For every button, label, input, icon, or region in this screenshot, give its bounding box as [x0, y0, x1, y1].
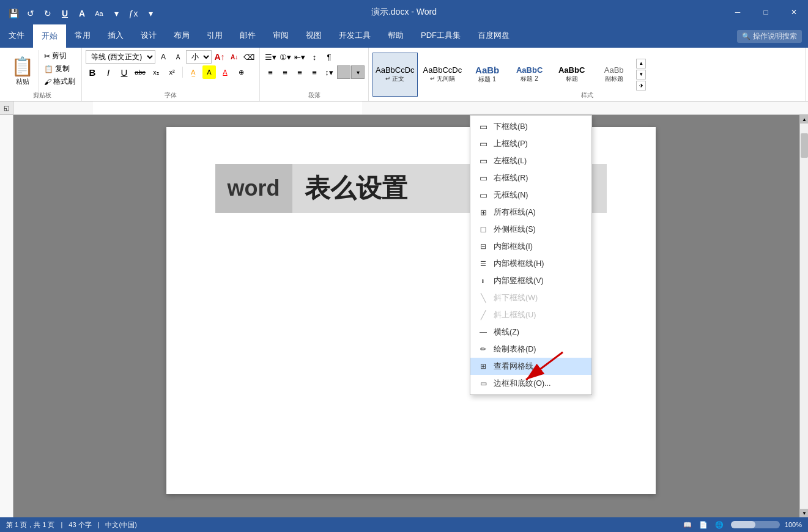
svg-rect-1	[93, 102, 362, 114]
undo-button[interactable]: ↺	[23, 6, 38, 21]
font-size-qa-button[interactable]: Aa	[92, 6, 106, 21]
subscript-button[interactable]: x₂	[149, 65, 163, 79]
menu-item-outside-borders[interactable]: □ 外侧框线(S)	[470, 221, 591, 238]
format-painter-button[interactable]: 🖌 格式刷	[42, 76, 78, 87]
style-heading2[interactable]: AaBbC 标题 2	[510, 53, 549, 97]
menu-item-top-border[interactable]: ▭ 上框线(P)	[470, 135, 591, 152]
align-left-btn[interactable]: ≡	[264, 65, 277, 79]
scrollbar-vertical[interactable]: ▲ ▼	[799, 115, 808, 517]
menu-item-draw-table[interactable]: ✏ 绘制表格(D)	[470, 341, 591, 358]
menu-item-inside-v-border[interactable]: ⫾ 内部竖框线(V)	[470, 272, 591, 289]
menu-item-borders-shading[interactable]: ▭ 边框和底纹(O)...	[470, 375, 591, 392]
tab-developer[interactable]: 开发工具	[330, 24, 379, 48]
font-color-button[interactable]: A	[75, 6, 89, 21]
tab-mailings[interactable]: 邮件	[231, 24, 264, 48]
ruler-corner[interactable]: ◱	[0, 102, 13, 115]
scroll-up-btn[interactable]: ▲	[800, 115, 808, 124]
search-input[interactable]: 操作说明搜索	[753, 31, 797, 42]
justify-btn[interactable]: ≡	[308, 65, 321, 79]
bold-button[interactable]: B	[86, 65, 99, 79]
line-spacing-btn[interactable]: ↕▾	[322, 65, 336, 79]
shading-btn[interactable]	[337, 65, 350, 79]
status-bar: 第 1 页，共 1 页 | 43 个字 | 中文(中国) 📖 📄 🌐 100%	[0, 517, 808, 532]
borders-dropdown-btn[interactable]: ▾	[351, 65, 365, 79]
align-right-btn[interactable]: ≡	[293, 65, 306, 79]
highlight-marker-btn[interactable]: A	[202, 65, 216, 79]
sort-btn[interactable]: ↕	[308, 50, 321, 64]
tab-baidu[interactable]: 百度网盘	[469, 24, 518, 48]
style-heading1[interactable]: AaBb 标题 1	[467, 53, 507, 97]
clear-format-btn[interactable]: ⌫	[242, 50, 256, 64]
save-button[interactable]: 💾	[6, 6, 21, 21]
font-increase-btn[interactable]: A↑	[213, 50, 226, 64]
font-decrease-btn[interactable]: A↓	[228, 50, 241, 64]
italic-button[interactable]: I	[102, 65, 115, 79]
increase-font-btn[interactable]: A	[171, 50, 185, 64]
styles-more-btn[interactable]: ⬗	[636, 81, 646, 91]
tab-view[interactable]: 视图	[297, 24, 330, 48]
style-title[interactable]: AaBbC 标题	[552, 53, 591, 97]
more-font-btn[interactable]: ⊕	[234, 65, 248, 79]
font-color-btn[interactable]: A	[218, 65, 232, 79]
highlight-color-btn[interactable]: A̲	[187, 65, 200, 79]
tab-review[interactable]: 审阅	[264, 24, 297, 48]
document-scroll[interactable]: word 表么设置	[13, 115, 808, 517]
menu-item-diag-up[interactable]: ╱ 斜上框线(U)	[470, 306, 591, 323]
font-size-select[interactable]: 小初	[186, 50, 212, 64]
strikethrough-button[interactable]: abc	[133, 65, 147, 79]
menu-item-view-grid[interactable]: ⊞ 查看网格线	[470, 358, 591, 375]
cut-label: 剪切	[52, 51, 67, 61]
tab-file[interactable]: 文件	[0, 24, 33, 48]
list-indent-btn[interactable]: ⇤▾	[293, 50, 306, 64]
cut-button[interactable]: ✂ 剪切	[42, 50, 78, 62]
zoom-slider[interactable]	[731, 521, 780, 528]
style-subtitle[interactable]: AaBb 副标题	[594, 53, 634, 97]
menu-item-left-border[interactable]: ▭ 左框线(L)	[470, 152, 591, 169]
underline-qa-button[interactable]: U	[57, 6, 72, 21]
copy-button[interactable]: 📋 复制	[42, 63, 78, 75]
style-normal[interactable]: AaBbCcDc ↵ 正文	[372, 53, 418, 97]
menu-item-all-borders[interactable]: ⊞ 所有框线(A)	[470, 204, 591, 221]
menu-item-right-border[interactable]: ▭ 右框线(R)	[470, 169, 591, 187]
superscript-button[interactable]: x²	[165, 65, 179, 79]
menu-item-bottom-border[interactable]: ▭ 下框线(B)	[470, 118, 591, 135]
menu-item-no-border[interactable]: ▭ 无框线(N)	[470, 187, 591, 204]
all-borders-label: 所有框线(A)	[494, 207, 536, 218]
print-layout-btn[interactable]: 📄	[697, 521, 710, 529]
more-qa-button[interactable]: ▾	[143, 6, 158, 21]
align-center-btn[interactable]: ≡	[278, 65, 292, 79]
menu-item-horizontal-line[interactable]: — 横线(Z)	[470, 323, 591, 341]
font-name-select[interactable]: 等线 (西文正文)	[86, 50, 155, 64]
maximize-button[interactable]: □	[752, 0, 780, 24]
menu-item-inside-h-border[interactable]: ☰ 内部横框线(H)	[470, 255, 591, 272]
scroll-down-btn[interactable]: ▼	[800, 509, 808, 517]
menu-item-inside-borders[interactable]: ⊟ 内部框线(I)	[470, 238, 591, 255]
tab-layout[interactable]: 布局	[165, 24, 198, 48]
tab-references[interactable]: 引用	[198, 24, 231, 48]
style-no-spacing[interactable]: AaBbCcDc ↵ 无间隔	[420, 53, 465, 97]
underline-button[interactable]: U	[117, 65, 131, 79]
menu-item-diag-down[interactable]: ╲ 斜下框线(W)	[470, 289, 591, 306]
redo-button[interactable]: ↻	[40, 6, 55, 21]
formula-button[interactable]: ƒx	[126, 6, 141, 21]
scrollbar-thumb[interactable]	[801, 133, 808, 158]
format-button[interactable]: ▾	[109, 6, 124, 21]
close-button[interactable]: ✕	[780, 0, 808, 24]
tab-pdf[interactable]: PDF工具集	[412, 24, 469, 48]
show-hide-btn[interactable]: ¶	[322, 50, 336, 64]
read-mode-btn[interactable]: 📖	[681, 521, 694, 529]
tab-common[interactable]: 常用	[66, 24, 99, 48]
styles-down-btn[interactable]: ▼	[636, 70, 646, 79]
web-layout-btn[interactable]: 🌐	[713, 521, 726, 529]
styles-group-label: 样式	[369, 91, 805, 100]
minimize-button[interactable]: ─	[724, 0, 752, 24]
list-num-btn[interactable]: ①▾	[278, 50, 292, 64]
tab-insert[interactable]: 插入	[99, 24, 132, 48]
decrease-font-btn[interactable]: A	[157, 50, 170, 64]
styles-up-btn[interactable]: ▲	[636, 59, 646, 68]
tab-home[interactable]: 开始	[33, 24, 66, 48]
list-bullet-btn[interactable]: ☰▾	[264, 50, 277, 64]
tab-design[interactable]: 设计	[132, 24, 165, 48]
para-row2: ≡ ≡ ≡ ≡ ↕▾ ▾	[264, 65, 365, 79]
tab-help[interactable]: 帮助	[379, 24, 412, 48]
